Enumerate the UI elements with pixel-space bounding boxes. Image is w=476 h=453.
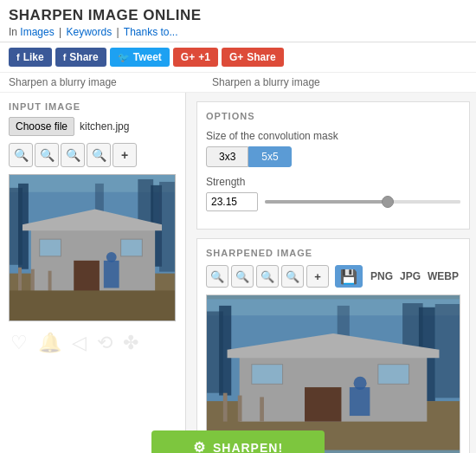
filename-text: kitchen.jpg: [80, 120, 129, 133]
mask-buttons: 3x3 5x5: [206, 146, 460, 167]
mask-size-label: Size of the convolution mask: [206, 130, 460, 142]
watermark-icon-5: ✤: [123, 332, 138, 354]
watermark-icon-3: ◁: [72, 332, 87, 354]
facebook-icon: f: [16, 52, 20, 62]
header: SHARPEN IMAGE ONLINE In Images | Keyword…: [0, 0, 476, 42]
sharpened-title: SHARPENED IMAGE: [206, 248, 460, 258]
zoom-in-button[interactable]: 🔍: [9, 143, 33, 167]
subtitle-right: Sharpen a blurry image: [212, 76, 320, 88]
input-section-label: INPUT IMAGE: [9, 101, 177, 112]
zoom-expand-button[interactable]: +: [113, 143, 137, 167]
svg-rect-36: [238, 396, 242, 422]
input-image-preview: [9, 174, 176, 321]
strength-row: [206, 192, 460, 211]
slider-track: [265, 200, 460, 204]
nav-keywords-link[interactable]: Keywords: [67, 26, 113, 38]
google-plus-button[interactable]: G+ +1: [173, 48, 218, 67]
zoom-in-icon: 🔍: [14, 148, 29, 162]
watermark-icon-4: ⟲: [97, 332, 113, 354]
mask-5x5-button[interactable]: 5x5: [248, 146, 291, 167]
svg-rect-12: [40, 239, 61, 256]
format-buttons: PNG JPG WEBP: [369, 270, 460, 282]
sharpened-image-preview: [206, 294, 460, 453]
sharpen-button[interactable]: ⚙ SHARPEN!: [151, 430, 325, 453]
save-button[interactable]: 💾: [335, 265, 363, 288]
choose-file-button[interactable]: Choose file: [9, 117, 74, 136]
svg-rect-32: [252, 365, 283, 385]
like-button[interactable]: f Like: [9, 48, 52, 67]
sharpened-zoom-fit-button[interactable]: 🔍: [256, 265, 279, 288]
twitter-icon: 🐦: [118, 52, 130, 63]
svg-rect-37: [260, 397, 264, 421]
zoom-fit-icon: 🔍: [66, 148, 80, 162]
sharpened-expand-icon: +: [314, 270, 321, 283]
sharpened-zoom-fit-icon: 🔍: [261, 270, 274, 283]
facebook-share-button[interactable]: f Share: [55, 48, 106, 67]
sharpened-zoom-in-button[interactable]: 🔍: [206, 265, 228, 288]
options-title: OPTIONS: [206, 111, 460, 121]
svg-rect-34: [350, 387, 370, 416]
sharpened-zoom-in-icon: 🔍: [210, 270, 224, 283]
left-panel: INPUT IMAGE Choose file kitchen.jpg 🔍 🔍 …: [0, 93, 186, 453]
strength-input[interactable]: [206, 192, 258, 211]
options-section: OPTIONS Size of the convolution mask 3x3…: [196, 101, 470, 230]
file-input-row: Choose file kitchen.jpg: [9, 117, 177, 136]
zoom-reset-button[interactable]: 🔍: [87, 143, 111, 167]
svg-rect-11: [74, 261, 100, 295]
svg-rect-38: [223, 393, 228, 422]
facebook-share-icon: f: [63, 52, 67, 62]
strength-slider[interactable]: [265, 200, 460, 204]
zoom-out-button[interactable]: 🔍: [35, 143, 59, 167]
google-share-button[interactable]: G+ Share: [222, 48, 284, 67]
strength-label: Strength: [206, 176, 460, 188]
main-layout: INPUT IMAGE Choose file kitchen.jpg 🔍 🔍 …: [0, 93, 476, 453]
sharpened-section: SHARPENED IMAGE 🔍 🔍 🔍 🔍 +: [196, 238, 470, 453]
svg-rect-14: [104, 261, 119, 288]
nav-thanks-link[interactable]: Thanks to...: [124, 26, 178, 38]
social-bar: f Like f Share 🐦 Tweet G+ +1 G+ Share: [0, 42, 476, 73]
svg-rect-31: [305, 387, 341, 422]
tweet-button[interactable]: 🐦 Tweet: [110, 48, 170, 67]
nav-images-link[interactable]: Images: [20, 26, 54, 38]
input-zoom-controls: 🔍 🔍 🔍 🔍 +: [9, 143, 177, 167]
zoom-expand-icon: +: [121, 148, 128, 162]
sharpened-expand-button[interactable]: +: [306, 265, 329, 288]
slider-thumb: [382, 196, 394, 208]
watermark-icon-2: 🔔: [38, 332, 61, 354]
watermark-icon-1: ♡: [10, 332, 28, 354]
zoom-fit-button[interactable]: 🔍: [61, 143, 85, 167]
right-panel: OPTIONS Size of the convolution mask 3x3…: [186, 93, 476, 453]
zoom-out-icon: 🔍: [40, 148, 55, 162]
sharpened-zoom-out-icon: 🔍: [235, 270, 249, 283]
svg-rect-13: [121, 239, 143, 256]
sharpen-button-bar: ⚙ SHARPEN!: [151, 430, 325, 453]
sharpened-zoom-out-button[interactable]: 🔍: [231, 265, 254, 288]
webp-button[interactable]: WEBP: [426, 270, 460, 282]
svg-point-35: [354, 377, 367, 390]
strength-option: Strength: [206, 176, 460, 211]
mask-size-option: Size of the convolution mask 3x3 5x5: [206, 130, 460, 167]
png-button[interactable]: PNG: [369, 270, 395, 282]
jpg-button[interactable]: JPG: [398, 270, 422, 282]
watermark-row: ♡ 🔔 ◁ ⟲ ✤: [9, 328, 177, 358]
page-subtitle-bar: Sharpen a blurry image Sharpen a blurry …: [0, 73, 476, 93]
save-icon: 💾: [340, 269, 357, 285]
page-wrapper: SHARPEN IMAGE ONLINE In Images | Keyword…: [0, 0, 476, 453]
gear-icon: ⚙: [193, 439, 206, 453]
svg-point-15: [106, 252, 117, 262]
sharpened-controls: 🔍 🔍 🔍 🔍 + 💾: [206, 265, 460, 288]
mask-3x3-button[interactable]: 3x3: [206, 146, 248, 167]
nav-links: In Images | Keywords | Thanks to...: [9, 26, 467, 38]
sharpened-zoom-reset-icon: 🔍: [286, 270, 299, 283]
svg-rect-19: [10, 290, 175, 320]
subtitle-left: Sharpen a blurry image: [9, 76, 195, 88]
zoom-reset-icon: 🔍: [92, 148, 106, 162]
svg-rect-33: [378, 365, 409, 385]
site-title: SHARPEN IMAGE ONLINE: [9, 7, 467, 24]
sharpened-zoom-reset-button[interactable]: 🔍: [281, 265, 304, 288]
